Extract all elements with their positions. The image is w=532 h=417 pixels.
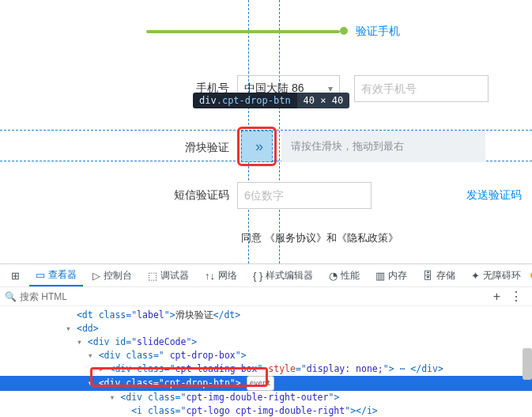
search-icon: 🔍 [5, 291, 17, 302]
form-area: 验证手机 手机号 中国大陆 86 ▾ 滑块验证 » 请按住滑块，拖动到最右 短信… [0, 0, 532, 263]
tab-memory[interactable]: ▥内存 [369, 264, 413, 286]
dom-search-bar: 🔍 + ⋮ [0, 287, 532, 306]
tab-inspector[interactable]: ▭查看器 [29, 264, 83, 286]
send-code-button[interactable]: 发送验证码 [466, 188, 522, 203]
tab-style[interactable]: { }样式编辑器 [247, 264, 319, 286]
devtools-menu-icon[interactable]: ⋮ [505, 289, 527, 304]
tab-performance[interactable]: ◔性能 [323, 264, 366, 286]
devtools-panel: ⊞ ▭查看器 ▷控制台 ⬚调试器 ↑↓网络 { }样式编辑器 ◔性能 ▥内存 🗄… [0, 263, 532, 417]
agree-line: 同意 《服务协议》和《隐私政策》 [241, 231, 398, 245]
double-right-icon: » [255, 138, 258, 155]
row-sms: 短信验证码 发送验证码 [0, 182, 532, 209]
sms-label: 短信验证码 [0, 188, 237, 203]
tab-storage[interactable]: 🗄存储 [417, 264, 462, 286]
slider-hint: 请按住滑块，拖动到最右 [291, 139, 404, 154]
dom-line: <i class="cpt-logo cpt-img-double-right"… [0, 404, 532, 417]
dom-tree[interactable]: <dt class="label">滑块验证</dt> ▾ <dd> ▾ <di… [0, 306, 532, 417]
dom-line: ▾ <div class=" cpt-drop-box"> [0, 349, 532, 362]
dom-line: <dt class="label">滑块验证</dt> [0, 309, 532, 322]
slider-label: 滑块验证 [0, 138, 237, 155]
slider-highlight-box: » [237, 127, 277, 166]
slider-drag-button[interactable]: » [241, 131, 273, 162]
scrollbar[interactable] [523, 348, 532, 380]
service-agreement-link[interactable]: 《服务协议》 [265, 232, 326, 244]
dom-line: ▾ <dd> [0, 322, 532, 335]
tab-a11y[interactable]: ✦无障碍环 [465, 264, 527, 286]
devtools-tabs: ⊞ ▭查看器 ▷控制台 ⬚调试器 ↑↓网络 { }样式编辑器 ◔性能 ▥内存 🗄… [0, 264, 532, 287]
sms-input[interactable] [237, 182, 372, 209]
devtools-picker-icon[interactable]: ⊞ [5, 264, 26, 286]
slider-track[interactable]: 请按住滑块，拖动到最右 [281, 131, 485, 162]
dom-line: ▾ <div id="slideCode"> [0, 335, 532, 349]
annotation-box [90, 367, 268, 387]
tab-console[interactable]: ▷控制台 [86, 264, 138, 286]
phone-input[interactable] [354, 75, 489, 102]
dom-line: ▾ <div class="cpt-img-double-right-outer… [0, 391, 532, 404]
inspector-tooltip: div.cpt-drop-btn 40 × 40 [193, 93, 349, 108]
tab-network[interactable]: ↑↓网络 [198, 264, 243, 286]
progress-step-label: 验证手机 [356, 25, 400, 39]
progress-dot [340, 27, 348, 35]
add-rule-button[interactable]: + [489, 290, 505, 304]
privacy-policy-link[interactable]: 《隐私政策》 [337, 232, 398, 244]
tab-debugger[interactable]: ⬚调试器 [141, 264, 195, 286]
row-slider: 滑块验证 » 请按住滑块，拖动到最右 [0, 127, 532, 166]
dom-search-input[interactable] [17, 290, 489, 304]
